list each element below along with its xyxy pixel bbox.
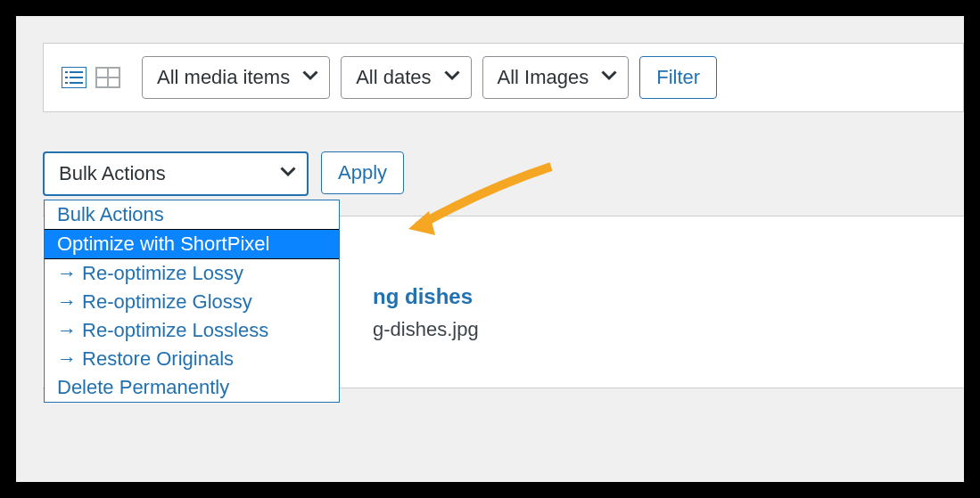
list-view-button[interactable] <box>60 65 88 90</box>
svg-rect-4 <box>70 77 83 78</box>
media-library-frame: All media items All dates All Images Fil… <box>16 16 964 482</box>
bulk-option[interactable]: Bulk Actions <box>45 200 339 229</box>
chevron-down-icon <box>601 66 617 89</box>
svg-rect-2 <box>70 71 83 73</box>
view-switcher <box>60 65 122 90</box>
bulk-option[interactable]: → Re-optimize Glossy <box>45 288 339 316</box>
grid-icon <box>95 67 120 88</box>
chevron-down-icon <box>302 66 318 89</box>
apply-button[interactable]: Apply <box>321 151 404 194</box>
bulk-actions-row: Bulk Actions Bulk Actions Optimize with … <box>43 151 964 196</box>
bulk-option[interactable]: → Re-optimize Lossy <box>45 259 339 288</box>
media-item-filename: g-dishes.jpg <box>373 318 964 341</box>
media-type-label: All media items <box>157 66 290 89</box>
svg-rect-5 <box>65 82 68 84</box>
media-toolbar: All media items All dates All Images Fil… <box>43 43 964 112</box>
chevron-down-icon <box>444 66 460 89</box>
image-filter-label: All Images <box>498 66 589 89</box>
chevron-down-icon <box>280 162 296 185</box>
list-icon <box>62 67 86 88</box>
bulk-actions-select[interactable]: Bulk Actions Bulk Actions Optimize with … <box>43 151 309 196</box>
svg-rect-6 <box>70 82 83 84</box>
grid-view-button[interactable] <box>94 65 122 90</box>
bulk-option[interactable]: → Re-optimize Lossless <box>45 316 339 345</box>
date-filter-label: All dates <box>356 66 431 89</box>
bulk-actions-dropdown: Bulk Actions Optimize with ShortPixel → … <box>44 200 340 403</box>
media-type-filter[interactable]: All media items <box>142 56 330 99</box>
bulk-option[interactable]: Delete Permanently <box>45 373 339 402</box>
media-item-title[interactable]: ng dishes <box>373 284 964 309</box>
svg-rect-3 <box>65 77 68 78</box>
date-filter[interactable]: All dates <box>341 56 471 99</box>
filter-button[interactable]: Filter <box>639 56 717 99</box>
bulk-option-shortpixel[interactable]: Optimize with ShortPixel <box>45 229 339 259</box>
svg-rect-1 <box>65 71 68 73</box>
image-filter[interactable]: All Images <box>482 56 630 99</box>
bulk-actions-label: Bulk Actions <box>59 162 166 185</box>
bulk-option[interactable]: → Restore Originals <box>45 345 339 373</box>
